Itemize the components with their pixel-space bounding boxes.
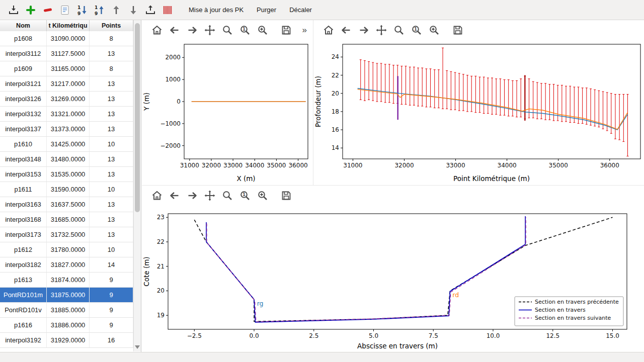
home-button[interactable] xyxy=(150,24,164,37)
svg-text:−2.5: −2.5 xyxy=(187,332,202,339)
profile-chart[interactable]: 3100032000330003400035000360001416182022… xyxy=(313,40,644,185)
cell-points: 13 xyxy=(90,46,133,61)
scrollbar-thumb[interactable] xyxy=(135,23,140,212)
sort-ascending-button[interactable]: 19 xyxy=(92,3,107,18)
purge-button[interactable]: Purger xyxy=(252,4,281,16)
remove-button[interactable] xyxy=(40,3,55,18)
cell-points: 13 xyxy=(90,122,133,136)
column-header-nom[interactable]: Nom xyxy=(0,20,47,31)
sort-descending-button[interactable]: 19 xyxy=(74,3,90,18)
import-button[interactable] xyxy=(6,3,21,18)
home-button[interactable] xyxy=(321,24,336,37)
cell-nom: PontRD101m xyxy=(0,288,47,302)
home-button[interactable] xyxy=(150,189,164,202)
cell-pk: 31685.0000 xyxy=(47,212,90,227)
zoom-rect-button[interactable] xyxy=(256,24,270,37)
save-button[interactable] xyxy=(279,24,293,37)
table-row[interactable]: interpol312131217.000013 xyxy=(0,76,133,92)
pk-profile-button[interactable] xyxy=(160,3,175,18)
table-row[interactable]: interpol316831685.000013 xyxy=(0,212,133,227)
svg-text:1: 1 xyxy=(243,27,246,32)
svg-text:23: 23 xyxy=(157,214,165,221)
table-row[interactable]: p161631886.00009 xyxy=(0,318,133,333)
forward-button[interactable] xyxy=(185,24,199,37)
update-pk-button[interactable]: Mise à jour des PK xyxy=(184,4,248,16)
table-row[interactable]: interpol317331732.500013 xyxy=(0,227,133,242)
table-row[interactable]: interpol319231929.000016 xyxy=(0,333,133,348)
cell-nom: p1611 xyxy=(0,182,47,197)
back-button[interactable] xyxy=(168,24,182,37)
svg-text:1000: 1000 xyxy=(165,76,181,83)
zoom-original-button[interactable]: 1 xyxy=(410,24,424,37)
cell-nom: p1609 xyxy=(0,61,47,76)
zoom-button[interactable] xyxy=(220,189,234,202)
cell-points: 14 xyxy=(90,257,133,272)
table-row[interactable]: p161031425.000010 xyxy=(0,137,133,152)
cell-points: 8 xyxy=(90,61,133,76)
zoom-original-button[interactable]: 1 xyxy=(238,24,252,37)
cell-pk: 31886.0000 xyxy=(47,318,90,332)
svg-text:32000: 32000 xyxy=(202,162,221,169)
table-row[interactable]: interpol314831480.000013 xyxy=(0,152,133,167)
svg-text:18: 18 xyxy=(332,108,339,115)
remove-icon xyxy=(42,4,54,16)
save-button[interactable] xyxy=(451,24,465,37)
cell-pk: 31480.0000 xyxy=(47,152,90,166)
forward-button[interactable] xyxy=(185,189,199,202)
svg-text:31000: 31000 xyxy=(343,162,362,169)
column-header-points[interactable]: Points xyxy=(90,20,133,31)
table-row[interactable]: interpol318231827.000014 xyxy=(0,257,133,273)
cross-section-chart[interactable]: −2.50.02.55.07.510.012.515.01920212223rg… xyxy=(142,206,644,352)
table-row[interactable]: p160831090.00008 xyxy=(0,31,133,46)
svg-text:9: 9 xyxy=(95,11,98,16)
table-row[interactable]: interpol316331637.500013 xyxy=(0,197,133,212)
export-icon xyxy=(144,4,156,16)
zoom-original-icon: 1 xyxy=(239,190,251,202)
cell-pk: 31875.0000 xyxy=(47,288,90,302)
zoom-rect-button[interactable] xyxy=(427,24,441,37)
table-row[interactable]: interpol312631269.000013 xyxy=(0,92,133,107)
move-down-icon xyxy=(127,4,139,16)
pan-button[interactable] xyxy=(203,24,217,37)
shift-button[interactable]: Décaler xyxy=(285,4,316,16)
export-button[interactable] xyxy=(143,3,158,18)
add-button[interactable] xyxy=(23,3,38,18)
toolbar-overflow-button[interactable]: » xyxy=(300,25,309,35)
forward-button[interactable] xyxy=(357,24,371,37)
plan-chart-block: 1» 310003200033000340003500036000−2000−1… xyxy=(142,20,313,185)
table-row[interactable]: p161331874.00009 xyxy=(0,273,133,288)
table-row[interactable]: p161131590.000010 xyxy=(0,182,133,197)
pan-button[interactable] xyxy=(374,24,388,37)
svg-text:35000: 35000 xyxy=(549,162,568,169)
back-button[interactable] xyxy=(339,24,353,37)
table-row[interactable]: interpol315331535.000013 xyxy=(0,167,133,182)
move-down-button[interactable] xyxy=(126,3,141,18)
zoom-original-button[interactable]: 1 xyxy=(238,189,252,202)
pan-button[interactable] xyxy=(203,189,217,202)
zoom-rect-button[interactable] xyxy=(256,189,270,202)
table-row[interactable]: p160931165.00008 xyxy=(0,61,133,76)
table-row[interactable]: p161231780.000010 xyxy=(0,242,133,257)
edit-notes-button[interactable] xyxy=(57,3,72,18)
table-row[interactable]: PontRD101m31875.00009 xyxy=(0,288,133,303)
back-button[interactable] xyxy=(168,189,182,202)
zoom-button[interactable] xyxy=(220,24,234,37)
table-row[interactable]: interpol313731373.000013 xyxy=(0,122,133,137)
save-button[interactable] xyxy=(279,189,293,202)
plan-chart[interactable]: 310003200033000340003500036000−2000−1000… xyxy=(142,40,313,185)
table-vertical-scrollbar[interactable] xyxy=(133,20,141,351)
cell-points: 9 xyxy=(90,273,133,287)
back-icon xyxy=(340,24,352,36)
move-up-button[interactable] xyxy=(109,3,124,18)
svg-text:33000: 33000 xyxy=(223,162,243,169)
scrollbar-down-arrow-icon[interactable] xyxy=(135,345,140,349)
zoom-icon xyxy=(221,190,233,202)
table-row[interactable]: interpol313231321.000013 xyxy=(0,107,133,122)
cell-nom: interpol3192 xyxy=(0,333,47,347)
column-header-pk[interactable]: t Kilométriqu xyxy=(47,20,90,31)
cell-nom: p1608 xyxy=(0,31,47,46)
zoom-button[interactable] xyxy=(392,24,406,37)
svg-text:rd: rd xyxy=(452,291,459,299)
table-row[interactable]: PontRD101v31885.00009 xyxy=(0,303,133,318)
table-row[interactable]: interpol311231127.500013 xyxy=(0,46,133,61)
